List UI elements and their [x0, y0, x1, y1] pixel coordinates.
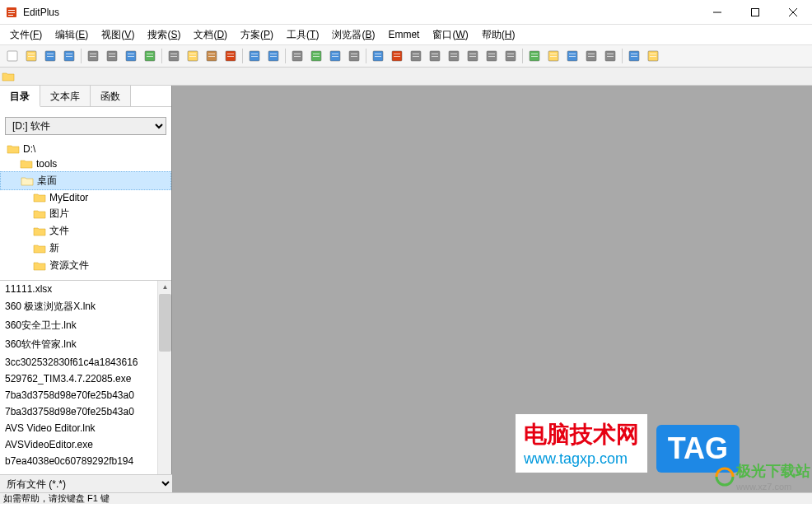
invisible-button[interactable] [445, 47, 463, 65]
watermark2-text: 极光下载站 [736, 463, 810, 479]
folder-item[interactable]: 新 [0, 240, 171, 257]
svg-rect-21 [90, 54, 96, 54]
close-button[interactable] [774, 0, 812, 25]
menu-item-4[interactable]: 文档(D) [187, 26, 234, 44]
file-item[interactable]: AVSVideoEditor.exe [0, 436, 171, 453]
menu-item-7[interactable]: 浏览器(B) [325, 26, 381, 44]
file-item[interactable]: 7ba3d3758d98e70fe25b43a0 [0, 387, 171, 403]
browser-edit-button[interactable] [544, 47, 562, 65]
directory-button[interactable] [644, 47, 662, 65]
new-file-button[interactable] [3, 47, 21, 65]
copy-button[interactable] [184, 47, 202, 65]
redo-button[interactable] [264, 47, 282, 65]
folder-tree[interactable]: D:\tools桌面MyEditor图片文件新资源文件 [0, 140, 171, 280]
folder-item[interactable]: 图片 [0, 205, 171, 222]
folder-item[interactable]: tools [0, 156, 171, 171]
svg-rect-63 [375, 54, 381, 54]
menu-item-5[interactable]: 方案(P) [234, 26, 280, 44]
file-list[interactable]: 11111.xlsx360 极速浏览器X.lnk360安全卫士.lnk360软件… [0, 280, 171, 492]
sidebar-tab-1[interactable]: 文本库 [40, 86, 91, 106]
file-item[interactable]: 360 极速浏览器X.lnk [0, 297, 171, 316]
tile-vert-button[interactable] [601, 47, 619, 65]
svg-rect-60 [351, 54, 357, 54]
open-file-button[interactable] [22, 47, 40, 65]
file-item[interactable]: b7ea4038e0c60789292fb194 [0, 453, 171, 469]
menu-item-9[interactable]: 窗口(W) [426, 26, 474, 44]
menu-item-10[interactable]: 帮助(H) [475, 26, 522, 44]
undo-button[interactable] [245, 47, 264, 65]
folder-label: MyEditor [49, 192, 88, 203]
bold-button[interactable] [426, 47, 444, 65]
file-list-scrollbar[interactable]: ▲ ▼ [157, 281, 171, 492]
save-button[interactable] [41, 47, 59, 65]
paste-button[interactable] [203, 47, 221, 65]
svg-rect-66 [394, 54, 400, 54]
spell-button[interactable] [345, 47, 363, 65]
file-item[interactable]: 529762_TIM3.4.7.22085.exe [0, 371, 171, 387]
folder-item[interactable]: 桌面 [0, 171, 171, 190]
browser-view-button[interactable] [525, 47, 544, 65]
drive-dropdown[interactable]: [D:] 软件 [5, 117, 166, 135]
svg-rect-85 [507, 56, 514, 57]
folder-item[interactable]: D:\ [0, 142, 171, 156]
tile-horz-button[interactable] [582, 47, 600, 65]
cut-button[interactable] [165, 47, 183, 65]
folder-icon [21, 175, 34, 187]
hex-button[interactable] [407, 47, 425, 65]
line-num-button[interactable] [464, 47, 482, 65]
file-item[interactable]: 3cc302532830f61c4a1843616 [0, 354, 171, 371]
svg-rect-54 [313, 54, 320, 54]
file-item[interactable]: 360软件管家.lnk [0, 335, 171, 354]
svg-rect-67 [394, 56, 400, 57]
file-item[interactable]: 7ba3d3758d98e70fe25b43a0 [0, 403, 171, 420]
help-arrow-button[interactable] [625, 47, 643, 65]
save-all-button[interactable] [60, 47, 78, 65]
menu-item-0[interactable]: 文件(F) [3, 26, 49, 44]
menu-item-8[interactable]: Emmet [381, 26, 426, 43]
watermark-text: 电脑技术网 [524, 419, 639, 450]
menu-item-3[interactable]: 搜索(S) [141, 26, 187, 44]
delete-button[interactable] [222, 47, 240, 65]
svg-rect-1 [8, 10, 15, 11]
maximize-button[interactable] [736, 0, 774, 25]
sidebar: 目录文本库函数 [D:] 软件 D:\tools桌面MyEditor图片文件新资… [0, 86, 172, 492]
print-preview-button[interactable] [122, 47, 140, 65]
hex-view-button[interactable] [141, 47, 159, 65]
menu-item-2[interactable]: 视图(V) [95, 26, 141, 44]
file-item[interactable]: AVS Video Editor.lnk [0, 420, 171, 436]
file-item[interactable]: 11111.xlsx [0, 281, 171, 297]
menu-item-1[interactable]: 编辑(E) [49, 26, 95, 44]
goto-button[interactable] [326, 47, 344, 65]
preview-button[interactable] [103, 47, 121, 65]
scroll-up-arrow[interactable]: ▲ [159, 281, 171, 293]
editor-area: 电脑技术网 www.tagxp.com TAG 极光下载站 www.xz7.co… [172, 86, 812, 492]
svg-rect-31 [147, 56, 153, 57]
drive-selector: [D:] 软件 [5, 117, 166, 135]
svg-rect-78 [469, 54, 476, 54]
svg-rect-69 [413, 54, 419, 54]
font-button[interactable] [388, 47, 406, 65]
sidebar-tab-0[interactable]: 目录 [0, 86, 40, 107]
sidebar-tab-2[interactable]: 函数 [91, 86, 131, 106]
folder-item[interactable]: MyEditor [0, 190, 171, 205]
print-button[interactable] [84, 47, 102, 65]
svg-rect-79 [469, 56, 476, 57]
settings-button[interactable] [502, 47, 520, 65]
svg-rect-39 [208, 54, 215, 54]
folder-item[interactable]: 文件 [0, 222, 171, 240]
replace-button[interactable] [307, 47, 325, 65]
word-wrap-button[interactable] [369, 47, 387, 65]
svg-rect-52 [294, 56, 301, 57]
document-tab-strip[interactable] [0, 68, 812, 86]
file-filter-dropdown[interactable]: 所有文件 (*.*) [0, 475, 172, 492]
menu-item-6[interactable]: 工具(T) [280, 26, 325, 44]
file-item[interactable]: 360安全卫士.lnk [0, 316, 171, 335]
find-button[interactable] [288, 47, 306, 65]
folder-item[interactable]: 资源文件 [0, 257, 171, 274]
svg-rect-55 [313, 56, 320, 57]
toolbar-separator [285, 49, 286, 63]
browser-reload-button[interactable] [563, 47, 581, 65]
scroll-thumb[interactable] [159, 294, 171, 352]
minimize-button[interactable] [698, 0, 736, 25]
ruler-button[interactable] [483, 47, 501, 65]
